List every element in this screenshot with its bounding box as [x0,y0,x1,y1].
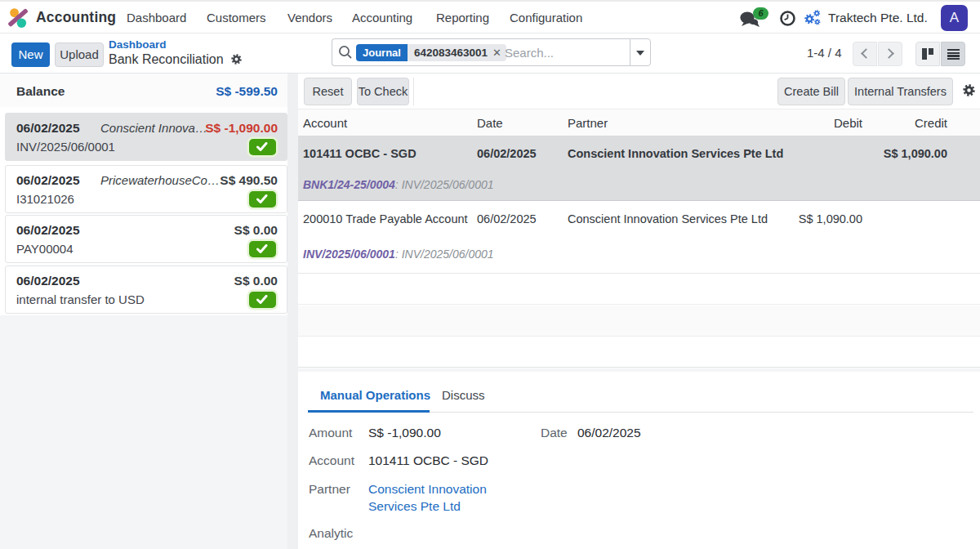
column-header-credit[interactable]: Credit [915,116,947,130]
date-value[interactable]: 06/02/2025 [577,426,641,440]
left-panel-background [0,315,287,549]
toolbar-gear-icon[interactable] [963,84,975,96]
line-partner: Conscient Innova… [100,121,207,135]
search-icon [338,45,353,60]
line-date: 06/02/2025 [16,274,80,288]
balance-label: Balance [16,84,65,99]
cell-partner: Conscient Innovation Services Pte Ltd [568,212,768,225]
cell-date: 06/02/2025 [477,147,537,160]
activities-clock-icon[interactable] [780,11,795,26]
column-header-partner[interactable]: Partner [568,116,608,130]
table-header: Account Date Partner Debit Credit [298,109,980,136]
validate-check-button[interactable] [249,292,276,308]
empty-row [298,306,980,337]
user-avatar[interactable]: A [941,5,968,31]
partner-value-line1[interactable]: Conscient Innovation [368,482,487,497]
tab-manual-operations[interactable]: Manual Operations [320,388,430,402]
line-amount: S$ 0.00 [234,223,278,238]
line-date: 06/02/2025 [16,223,80,238]
statement-line-card-1[interactable]: 06/02/2025 Conscient Innova… S$ -1,090.0… [5,113,287,161]
partner-value-line2[interactable]: Services Pte Ltd [368,499,461,514]
facet-label: Journal [356,44,408,61]
statement-line-card-4[interactable]: 06/02/2025 S$ 0.00 internal transfer to … [5,266,287,314]
view-settings-gear-icon[interactable] [231,54,242,65]
create-bill-button[interactable]: Create Bill [777,78,845,105]
messages-counter-badge: 6 [753,7,768,20]
kanban-view-icon [922,48,933,60]
nav-item-reporting[interactable]: Reporting [436,11,489,25]
view-switch-kanban-button[interactable] [915,42,940,66]
settings-gears-icon[interactable] [804,9,822,27]
nav-item-accounting[interactable]: Accounting [352,11,412,25]
move-reference-link[interactable]: INV/2025/06/0001 [303,248,395,261]
cell-partner: Conscient Innovation Services Pte Ltd [568,147,783,160]
search-dropdown-toggle[interactable] [630,38,651,66]
table-row-1[interactable]: 101411 OCBC - SGD 06/02/2025 Conscient I… [298,136,980,171]
validate-check-button[interactable] [249,191,276,208]
active-tab-underline [308,410,430,413]
date-label: Date [541,426,568,440]
search-facet-journal[interactable]: Journal 642083463001✕ [356,44,506,61]
nav-item-customers[interactable]: Customers [207,11,266,25]
table-row-2[interactable]: 200010 Trade Payable Account 06/02/2025 … [298,203,980,236]
page-title-text: Bank Reconciliation [109,52,224,66]
table-bottom-strip [298,368,980,372]
line-ref: INV/2025/06/0001 [16,140,115,154]
new-button[interactable]: New [11,42,50,67]
move-reference-rest: : INV/2025/06/0001 [395,178,494,191]
line-amount: S$ -1,090.00 [205,121,278,136]
toolbar-divider [413,78,414,105]
breadcrumb-dashboard[interactable]: Dashboard [109,38,167,51]
navbar: Accounting Dashboard Customers Vendors A… [0,2,980,33]
amount-label: Amount [309,426,352,440]
page-title: Bank Reconciliation [109,52,242,67]
empty-row [298,337,980,368]
line-amount: S$ 490.50 [220,173,278,188]
statement-line-card-2[interactable]: 06/02/2025 PricewaterhouseCo… S$ 490.50 … [5,165,287,213]
line-ref: internal transfer to USD [16,292,145,306]
nav-item-vendors[interactable]: Vendors [287,11,332,25]
move-reference-rest: : INV/2025/06/0001 [395,248,494,261]
line-amount: S$ 0.00 [234,274,278,288]
balance-amount: S$ -599.50 [216,84,278,99]
reconciliation-panel: Reset To Check Create Bill Internal Tran… [298,74,980,549]
validate-check-button[interactable] [249,139,276,155]
account-value[interactable]: 101411 OCBC - SGD [368,453,488,468]
chevron-left-icon [861,48,871,59]
company-name[interactable]: Traktech Pte. Ltd. [828,11,928,25]
tab-discuss[interactable]: Discuss [442,388,485,402]
pager-previous-button[interactable] [853,42,877,66]
cell-date: 06/02/2025 [477,212,537,225]
statement-lines-panel: Balance S$ -599.50 06/02/2025 Conscient … [0,74,287,549]
nav-menu: Dashboard Customers Vendors Accounting R… [0,2,735,33]
search-input[interactable]: Search... [505,46,554,60]
nav-item-dashboard[interactable]: Dashboard [127,11,186,25]
upload-button[interactable]: Upload [55,42,104,67]
analytic-label: Analytic [309,526,353,541]
to-check-button[interactable]: To Check [357,78,409,105]
amount-value[interactable]: S$ -1,090.00 [368,426,441,440]
move-reference-link[interactable]: BNK1/24-25/0004 [303,178,395,191]
cell-account: 200010 Trade Payable Account [303,212,468,225]
line-date: 06/02/2025 [16,121,80,136]
panel-gutter [287,74,298,549]
facet-remove-icon[interactable]: ✕ [492,44,501,61]
statement-line-card-3[interactable]: 06/02/2025 S$ 0.00 PAY00004 [5,215,287,263]
search-bar[interactable]: Journal 642083463001✕ Search... [332,38,630,66]
column-header-date[interactable]: Date [477,116,503,130]
account-label: Account [309,453,354,468]
internal-transfers-button[interactable]: Internal Transfers [848,78,953,105]
pager-next-button[interactable] [878,42,902,66]
facet-value-text: 642083463001 [414,44,488,61]
column-header-account[interactable]: Account [303,116,347,130]
cell-debit: S$ 1,090.00 [799,212,862,225]
empty-row [298,274,980,305]
nav-item-configuration[interactable]: Configuration [510,11,582,25]
validate-check-button[interactable] [249,241,276,257]
view-switch-list-button[interactable] [941,42,965,66]
column-header-debit[interactable]: Debit [834,116,862,130]
line-partner: PricewaterhouseCo… [100,173,220,187]
line-date: 06/02/2025 [16,173,80,188]
pager-range: 1-4 / 4 [807,46,842,60]
reset-button[interactable]: Reset [304,78,352,105]
